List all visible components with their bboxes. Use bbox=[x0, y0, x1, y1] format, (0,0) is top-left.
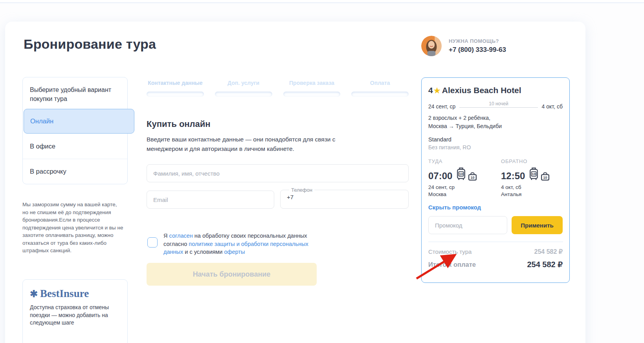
step-payment-label: Оплата bbox=[351, 80, 409, 86]
total-value: 254 582 ₽ bbox=[527, 260, 563, 269]
consent-row: Я согласен на обработку своих персональн… bbox=[147, 232, 324, 256]
step-contact-data-label: Контактные данные bbox=[147, 80, 204, 86]
phone-input[interactable] bbox=[281, 193, 391, 200]
help-text: НУЖНА ПОМОЩЬ? +7 (800) 333-99-63 bbox=[449, 38, 506, 54]
hotel-title: 4★Alexius Beach Hotel bbox=[428, 86, 563, 95]
hand-baggage-icon: 10 bbox=[540, 172, 550, 181]
summary-divider bbox=[428, 242, 563, 242]
consent-text-part: и с условиями bbox=[183, 249, 224, 255]
steps-progress: Контактные данные Доп. услуги Проверка з… bbox=[147, 80, 409, 97]
form-description: Введите ваши контактные данные — они пон… bbox=[147, 135, 371, 154]
option-installment[interactable]: В рассрочку bbox=[23, 159, 127, 184]
form-heading: Купить онлайн bbox=[147, 119, 211, 129]
tour-price-row: Стоимость тура 254 582 ₽ bbox=[428, 248, 563, 255]
flight-inbound: ОБРАТНО 12:50 10 bbox=[501, 158, 563, 197]
offer-link[interactable]: оферты bbox=[224, 249, 245, 255]
suitcase-icon: 10 bbox=[528, 167, 539, 181]
trip-date-to: 4 окт, сб bbox=[542, 103, 563, 110]
flight-inbound-date: 4 окт, сб bbox=[501, 184, 563, 190]
option-online-label: Онлайн bbox=[30, 117, 53, 125]
step-progress-bar bbox=[147, 92, 204, 97]
promo-input[interactable] bbox=[428, 216, 507, 234]
promo-row: Применить bbox=[428, 216, 563, 234]
bestinsure-logo-text: BestInsure bbox=[40, 288, 89, 299]
help-label: НУЖНА ПОМОЩЬ? bbox=[449, 38, 506, 44]
flights-block: ТУДА 07:00 10 bbox=[428, 158, 563, 197]
support-avatar-image bbox=[421, 36, 442, 56]
booking-summary-card: 4★Alexius Beach Hotel 24 сент, ср 10 ноч… bbox=[421, 77, 570, 283]
trip-date-from: 24 сент, ср bbox=[428, 103, 455, 110]
step-order-check: Проверка заказа bbox=[283, 80, 341, 97]
flight-outbound-city: Москва bbox=[428, 191, 490, 197]
hotel-stars: 4 bbox=[428, 86, 433, 95]
bestinsure-logo-icon: ✱ bbox=[30, 289, 38, 299]
svg-text:10: 10 bbox=[532, 172, 536, 176]
trip-nights-label: 10 ночей bbox=[459, 101, 538, 106]
svg-text:10: 10 bbox=[471, 176, 475, 180]
total-row: Итого к оплате 254 582 ₽ bbox=[428, 260, 563, 269]
support-avatar bbox=[421, 36, 442, 56]
bestinsure-logo: ✱BestInsure bbox=[30, 288, 120, 300]
star-icon: ★ bbox=[434, 86, 440, 95]
help-phone[interactable]: +7 (800) 333-99-63 bbox=[449, 46, 506, 54]
insurance-text: Доступна страховка от отмены поездки — м… bbox=[30, 304, 120, 327]
start-booking-button[interactable]: Начать бронирование bbox=[147, 263, 317, 286]
step-extra-services-label: Доп. услуги bbox=[215, 80, 272, 86]
trip-nights-rule bbox=[459, 107, 538, 108]
top-nav-edge bbox=[0, 0, 644, 3]
consent-checkbox[interactable] bbox=[147, 237, 158, 248]
phone-field: Телефон bbox=[280, 187, 409, 209]
step-progress-bar bbox=[283, 92, 341, 97]
suitcase-icon: 10 bbox=[455, 167, 467, 181]
option-installment-label: В рассрочку bbox=[30, 168, 66, 175]
trip-nights: 10 ночей bbox=[459, 101, 538, 110]
flight-outbound-date: 24 сент, ср bbox=[428, 184, 490, 190]
flight-outbound-label: ТУДА bbox=[428, 158, 490, 164]
baggage-icons: 10 10 bbox=[455, 167, 477, 181]
email-input[interactable] bbox=[147, 191, 274, 209]
flight-outbound: ТУДА 07:00 10 bbox=[428, 158, 490, 197]
step-progress-bar bbox=[215, 92, 272, 97]
flight-inbound-time-row: 12:50 10 10 bbox=[501, 167, 563, 182]
fullname-input[interactable] bbox=[147, 164, 409, 182]
consent-text-part: Я bbox=[163, 233, 169, 239]
tour-price-value: 254 582 ₽ bbox=[534, 248, 563, 255]
option-online[interactable]: Онлайн bbox=[24, 109, 134, 134]
help-block: НУЖНА ПОМОЩЬ? +7 (800) 333-99-63 bbox=[421, 36, 506, 56]
trip-dates-row: 24 сент, ср 10 ночей 4 окт, сб bbox=[428, 101, 563, 110]
flight-inbound-label: ОБРАТНО bbox=[501, 158, 563, 164]
baggage-icons: 10 10 bbox=[528, 167, 550, 181]
step-progress-bar bbox=[351, 92, 409, 97]
trip-route: Москва → Турция, Бельдиби bbox=[428, 122, 563, 130]
hide-promo-link[interactable]: Скрыть промокод bbox=[428, 204, 481, 211]
svg-text:10: 10 bbox=[543, 176, 547, 180]
consent-text: Я согласен на обработку своих персональн… bbox=[163, 232, 324, 256]
flight-outbound-time: 07:00 bbox=[428, 171, 452, 182]
meal-plan: Без питания, RO bbox=[428, 144, 563, 150]
freeze-note: Мы заморозим сумму на вашей карте, но не… bbox=[22, 201, 124, 255]
option-office[interactable]: В офисе bbox=[23, 134, 127, 159]
step-contact-data: Контактные данные bbox=[147, 80, 204, 97]
purchase-options-header: Выберите удобный вариант покупки тура bbox=[23, 77, 127, 109]
purchase-options-card: Выберите удобный вариант покупки тура Он… bbox=[22, 77, 128, 184]
main-card: Бронирование тура НУЖНА ПОМОЩЬ? +7 (800)… bbox=[5, 22, 585, 343]
total-label: Итого к оплате bbox=[428, 261, 476, 268]
room-type: Standard bbox=[428, 136, 563, 143]
flight-inbound-time: 12:50 bbox=[501, 171, 525, 182]
insurance-card: ✱BestInsure Доступна страховка от отмены… bbox=[22, 279, 128, 343]
hotel-name: Alexius Beach Hotel bbox=[442, 86, 521, 95]
trip-guests: 2 взрослых + 2 ребёнка, bbox=[428, 114, 563, 122]
step-order-check-label: Проверка заказа bbox=[283, 80, 341, 86]
option-office-label: В офисе bbox=[30, 143, 55, 150]
step-extra-services: Доп. услуги bbox=[215, 80, 272, 97]
flight-inbound-city: Анталья bbox=[501, 191, 563, 197]
page-title: Бронирование тура bbox=[24, 37, 156, 52]
flight-outbound-time-row: 07:00 10 10 bbox=[428, 167, 490, 182]
phone-field-label: Телефон bbox=[289, 187, 314, 193]
consent-agree-link[interactable]: согласен bbox=[169, 233, 193, 239]
svg-text:10: 10 bbox=[459, 172, 463, 176]
step-payment: Оплата bbox=[351, 80, 409, 97]
hand-baggage-icon: 10 bbox=[468, 172, 477, 181]
tour-price-label: Стоимость тура bbox=[428, 248, 472, 255]
apply-promo-button[interactable]: Применить bbox=[512, 216, 563, 234]
